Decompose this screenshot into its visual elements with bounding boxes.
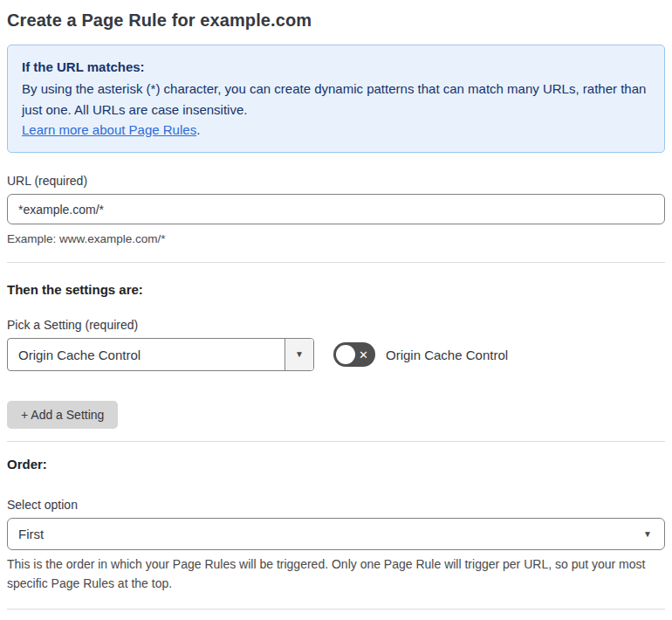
url-field-label: URL (required) <box>7 174 665 188</box>
order-select-value: First <box>18 527 44 541</box>
info-box-link-line: Learn more about Page Rules. <box>22 120 650 140</box>
url-helper-text: Example: www.example.com/* <box>7 231 665 248</box>
setting-row: Origin Cache Control ▼ ✕ Origin Cache Co… <box>7 338 665 371</box>
setting-select[interactable]: Origin Cache Control ▼ <box>7 338 314 371</box>
url-match-info-box: If the URL matches: By using the asteris… <box>7 45 665 153</box>
order-section-heading: Order: <box>7 457 665 472</box>
add-setting-button[interactable]: + Add a Setting <box>7 401 118 429</box>
order-select-label: Select option <box>7 498 665 512</box>
toggle-off-x-icon: ✕ <box>359 349 368 361</box>
info-box-heading: If the URL matches: <box>22 57 650 77</box>
link-suffix: . <box>196 122 200 137</box>
origin-cache-toggle[interactable]: ✕ <box>333 342 375 367</box>
learn-more-link[interactable]: Learn more about Page Rules <box>22 122 196 137</box>
chevron-down-icon: ▼ <box>643 530 652 539</box>
chevron-down-icon: ▼ <box>295 350 304 359</box>
settings-section-heading: Then the settings are: <box>7 282 665 297</box>
divider <box>7 262 665 263</box>
info-box-body: By using the asterisk (*) character, you… <box>22 79 650 120</box>
toggle-label: Origin Cache Control <box>386 348 508 362</box>
pick-setting-label: Pick a Setting (required) <box>7 318 665 332</box>
toggle-knob <box>336 345 355 364</box>
origin-cache-toggle-group: ✕ Origin Cache Control <box>333 342 508 367</box>
url-input[interactable] <box>7 194 665 224</box>
url-section: URL (required) Example: www.example.com/… <box>7 174 665 248</box>
page-title: Create a Page Rule for example.com <box>7 10 665 31</box>
setting-select-value: Origin Cache Control <box>8 339 285 370</box>
divider <box>7 609 665 610</box>
setting-select-arrow-button[interactable]: ▼ <box>285 339 313 370</box>
order-helper-text: This is the order in which your Page Rul… <box>7 555 665 593</box>
divider <box>7 441 665 442</box>
order-select[interactable]: First ▼ <box>7 518 665 550</box>
